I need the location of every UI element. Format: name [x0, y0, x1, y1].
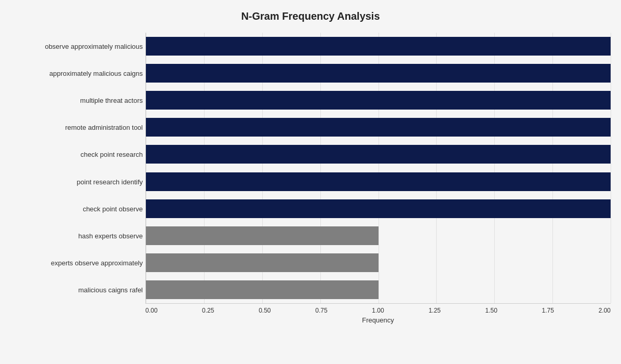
bar	[146, 199, 611, 218]
y-label: approximately malicious caigns	[10, 60, 143, 87]
x-tick: 1.50	[485, 307, 497, 314]
bar	[146, 37, 611, 56]
x-tick: 0.00	[145, 307, 157, 314]
y-label: experts observe approximately	[10, 250, 143, 277]
bar-row	[146, 143, 611, 165]
y-label: check point research	[10, 141, 143, 168]
y-label: point research identify	[10, 168, 143, 195]
y-labels: observe approximately maliciousapproxima…	[10, 33, 145, 304]
y-label: remote administration tool	[10, 114, 143, 141]
x-axis-label: Frequency	[145, 316, 611, 324]
bar-row	[146, 62, 611, 84]
y-label: malicious caigns rafel	[10, 277, 143, 304]
chart-container: N-Gram Frequency Analysis observe approx…	[0, 0, 621, 364]
bar	[146, 226, 379, 245]
bar-row	[146, 89, 611, 111]
x-tick: 1.75	[542, 307, 554, 314]
bar-row	[146, 116, 611, 138]
x-tick: 2.00	[599, 307, 611, 314]
bar	[146, 253, 379, 272]
bar	[146, 91, 611, 110]
y-label: hash experts observe	[10, 222, 143, 249]
bar-row	[146, 35, 611, 57]
bar	[146, 280, 379, 299]
grid-line	[611, 33, 611, 303]
bar	[146, 118, 611, 137]
bars-wrapper: observe approximately maliciousapproxima…	[10, 33, 611, 304]
x-tick: 0.75	[315, 307, 327, 314]
plot-area	[145, 33, 611, 304]
x-tick: 1.25	[428, 307, 440, 314]
bar	[146, 145, 611, 164]
bar-row	[146, 252, 611, 274]
y-label: observe approximately malicious	[10, 33, 143, 60]
bar-row	[146, 225, 611, 247]
bar-row	[146, 171, 611, 193]
y-label: multiple threat actors	[10, 87, 143, 114]
y-label: check point observe	[10, 195, 143, 222]
x-tick: 0.50	[259, 307, 271, 314]
chart-title: N-Gram Frequency Analysis	[10, 10, 611, 22]
bar	[146, 64, 611, 83]
bar-row	[146, 279, 611, 301]
x-axis: 0.000.250.500.751.001.251.501.752.00	[145, 304, 611, 314]
x-tick: 0.25	[202, 307, 214, 314]
bar	[146, 172, 611, 191]
bar-row	[146, 198, 611, 220]
chart-area: observe approximately maliciousapproxima…	[10, 33, 611, 324]
x-tick: 1.00	[372, 307, 384, 314]
